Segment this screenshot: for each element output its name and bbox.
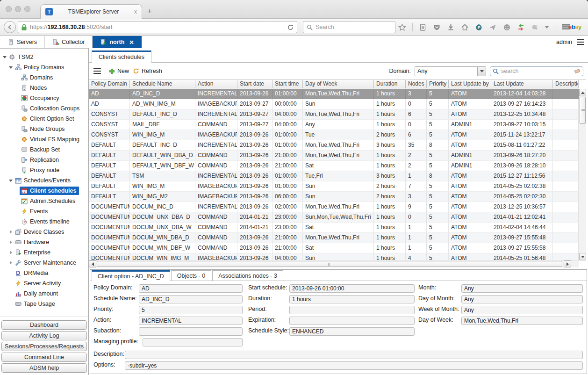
priority-field[interactable] <box>139 306 243 314</box>
week-of-month-field[interactable] <box>461 306 583 314</box>
table-row-tsm[interactable]: DEFAULTTSMINCREMENTAL2013-09-2601:00:00T… <box>89 171 579 181</box>
window-close-button[interactable] <box>6 6 12 12</box>
table-row-ad_win_img_m[interactable]: ADAD_WIN_IMG_MIMAGEBACKUP2013-09-2700:00… <box>89 99 579 109</box>
ebay-logo[interactable]: ebay <box>568 23 581 30</box>
refresh-button[interactable]: Refresh <box>133 68 162 74</box>
close-tab-icon[interactable]: ✕ <box>129 39 134 46</box>
command-line-button[interactable]: Command Line <box>1 353 87 362</box>
tree-item-server-activity[interactable]: Server Activity <box>0 278 88 288</box>
expiration-field[interactable] <box>289 317 415 325</box>
column-header-day-of-week[interactable]: Day of Week <box>303 80 374 88</box>
reading-list-icon[interactable] <box>419 23 427 31</box>
tree-item-collocation-groups[interactable]: Collocation Groups <box>0 103 88 114</box>
table-row-docum_win_dba_d[interactable]: DOCUMENTUMDOCUM_WIN_DBA_DCOMMAND2013-09-… <box>89 233 579 243</box>
tree-item-schedules-events[interactable]: Schedules/Events <box>0 175 88 186</box>
eraser-icon[interactable] <box>574 68 581 74</box>
adsm-help-button[interactable]: ADSM help <box>1 363 87 373</box>
scroll-right-button[interactable] <box>564 260 571 267</box>
admin-menu-icon[interactable] <box>577 39 584 45</box>
tree-item-drmedia[interactable]: DDRMedia <box>0 268 88 278</box>
tree-item-tape-usage[interactable]: Tape Usage <box>0 299 88 309</box>
privacy-badge-icon[interactable]: P <box>475 23 483 31</box>
url-bar[interactable]: https://192.168.30.28:5020/start <box>18 21 297 33</box>
table-row-docum_win_dbf_w[interactable]: DOCUMENTUMDOCUM_WIN_DBF_WCOMMAND2013-09-… <box>89 243 579 253</box>
activity-log-button[interactable]: Activity Log <box>1 331 87 340</box>
new-tab-button[interactable]: + <box>147 7 152 15</box>
column-header-action[interactable]: Action <box>195 80 237 88</box>
reload-icon[interactable] <box>287 24 294 31</box>
vertical-scrollbar[interactable] <box>579 89 586 260</box>
description-field[interactable] <box>125 351 583 359</box>
grid-search-box[interactable]: search <box>490 66 583 76</box>
table-row-default_inc_d[interactable]: DEFAULTDEFAULT_INC_DINCREMENTAL2013-09-2… <box>89 140 579 151</box>
domain-select[interactable]: Any <box>415 66 486 76</box>
tree-item-tsm2[interactable]: TSM2 <box>0 52 88 62</box>
column-header-start-time[interactable]: Start time <box>272 80 303 88</box>
window-minimize-button[interactable] <box>15 6 21 12</box>
vertical-scroll-thumb[interactable] <box>580 97 586 124</box>
month-field[interactable] <box>461 284 583 293</box>
tree-item-policy-domains[interactable]: Policy Domains <box>0 62 88 72</box>
detail-tab-client-option-ad-inc-d[interactable]: Client option - AD_INC_D <box>92 270 170 281</box>
tree-item-domains[interactable]: Domains <box>0 72 88 83</box>
extension-icon[interactable] <box>531 23 539 31</box>
duration-field[interactable] <box>289 295 415 303</box>
policy-domain-field[interactable] <box>139 284 243 293</box>
subaction-field[interactable] <box>139 327 243 336</box>
tree-expander-icon[interactable] <box>8 250 14 255</box>
table-row-default_win_dba_d[interactable]: DEFAULTDEFAULT_WIN_DBA_DCOMMAND2013-09-2… <box>89 151 579 161</box>
tree-item-device-classes[interactable]: Device Classes <box>0 227 88 237</box>
table-row-docum_win_img_m[interactable]: DOCUMENTUMDOCUM_WIN_IMG_MIMAGEBACKUP2013… <box>89 253 579 260</box>
column-header-description[interactable]: Description <box>553 80 579 88</box>
detail-tab-objects-0[interactable]: Objects - 0 <box>171 270 211 281</box>
tree-item-client-option-set[interactable]: Client Option Set <box>0 114 88 124</box>
detail-tab-associations-nodes-3[interactable]: Associations nodes - 3 <box>212 270 283 281</box>
scroll-left-button[interactable] <box>89 260 96 267</box>
tab-clients-schedules[interactable]: Clients schedules <box>92 50 151 63</box>
day-of-week-field[interactable] <box>461 317 583 325</box>
server-tab-servers[interactable]: Servers <box>0 36 45 48</box>
column-header-schedule-name[interactable]: Schedule Name <box>130 80 195 88</box>
table-row-docum_inc_d[interactable]: DOCUMENTUMDOCUM_INC_DINCREMENTAL2013-09-… <box>89 202 579 212</box>
tree-item-daily-amount[interactable]: Daily amount <box>0 288 88 299</box>
tree-item-replication[interactable]: Replication <box>0 155 88 165</box>
server-tab-north[interactable]: north✕ <box>93 36 141 48</box>
table-row-win_img_m[interactable]: DEFAULTWIN_IMG_MIMAGEBACKUP2013-09-2601:… <box>89 181 579 192</box>
action-field[interactable] <box>139 317 243 325</box>
tree-item-backup-set[interactable]: Backup Set <box>0 144 88 155</box>
home-icon[interactable] <box>461 23 469 31</box>
managing-profile-field[interactable] <box>143 338 243 346</box>
grid-menu-icon[interactable] <box>93 68 101 74</box>
column-header-last-update[interactable]: Last Update <box>491 80 553 88</box>
tree-item-client-schedules[interactable]: Client schedules <box>0 186 88 196</box>
schedule-name-field[interactable] <box>139 295 243 303</box>
tree-item-nodes[interactable]: Nodes <box>0 83 88 93</box>
table-row-ad_inc_d[interactable]: ADAD_INC_DINCREMENTAL2013-09-2601:00:00M… <box>89 89 579 99</box>
tree-item-admin-schedules[interactable]: Admin.Schedules <box>0 196 88 206</box>
browser-tab[interactable]: T TSMExplorer Server x <box>40 4 142 19</box>
table-row-mail_dbf[interactable]: CONSYSTMAIL_DBFCOMMAND2013-09-2704:00:00… <box>89 120 579 130</box>
sessions-processes-requests-button[interactable]: Sessions/Processes/Requests <box>1 342 87 351</box>
schedule-style-field[interactable] <box>289 327 415 336</box>
dropdown-caret-icon[interactable] <box>545 26 549 29</box>
column-header-policy-domain[interactable]: Policy Domain <box>89 80 130 88</box>
tree-item-occupancy[interactable]: Occupancy <box>0 93 88 103</box>
day-of-month-field[interactable] <box>461 295 583 303</box>
pocket-icon[interactable] <box>433 23 441 31</box>
table-row-win_img_m2[interactable]: DEFAULTWIN_IMG_M2IMAGEBACKUP2013-09-2606… <box>89 192 579 202</box>
start-schedule-field[interactable] <box>289 284 415 293</box>
horizontal-scrollbar[interactable] <box>89 260 579 267</box>
table-row-docum_unx_dba_d[interactable]: DOCUMENTUMDOCUM_UNX_DBA_DCOMMAND2014-01-… <box>89 212 579 223</box>
table-row-win_img_m[interactable]: CONSYSTWIN_IMG_MIMAGEBACKUP2013-09-2601:… <box>89 130 579 140</box>
table-row-default_win_dbf_w[interactable]: DEFAULTDEFAULT_WIN_DBF_WCOMMAND2013-09-2… <box>89 161 579 171</box>
tree-expander-icon[interactable] <box>8 65 14 70</box>
tree-item-events[interactable]: Events <box>0 206 88 216</box>
column-header-last-update-by[interactable]: Last Update by <box>449 80 491 88</box>
scroll-up-button[interactable] <box>579 89 586 96</box>
tree-item-proxy-node[interactable]: Proxy node <box>0 165 88 175</box>
column-header-duration[interactable]: Duration <box>374 80 406 88</box>
horizontal-scroll-thumb[interactable] <box>97 261 562 267</box>
redirect-toggle-icon[interactable] <box>517 23 525 31</box>
period-field[interactable] <box>289 306 415 314</box>
admin-user-label[interactable]: admin <box>556 39 572 45</box>
